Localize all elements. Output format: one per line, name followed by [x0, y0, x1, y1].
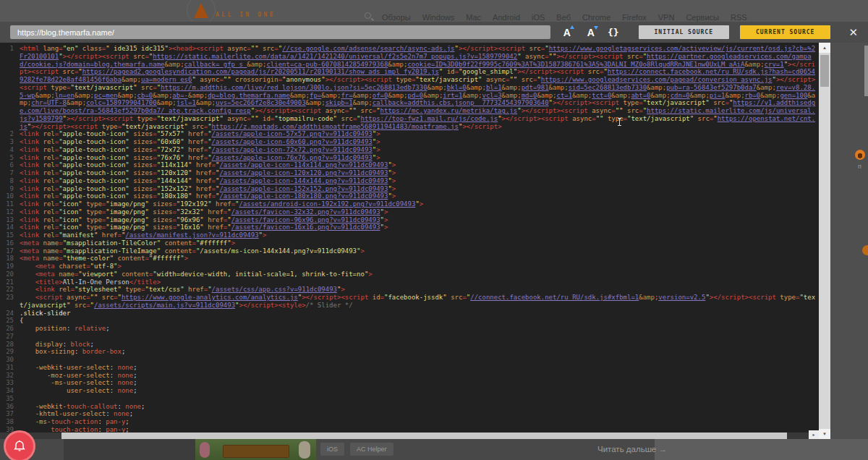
code-line: 27	[0, 333, 819, 341]
code-line: 12<link rel="icon" type="image/png" size…	[0, 208, 819, 216]
nav-item[interactable]: VPN	[658, 13, 675, 22]
code-line: 21 <title>All-In-One Person</title>	[0, 278, 819, 286]
code-line: 16<meta name="msapplication-TileColor" c…	[0, 239, 819, 247]
code-line: 1<html lang="en" class=" ide315 idc315">…	[0, 45, 819, 130]
code-line: 28 display: block;	[0, 341, 819, 349]
code-line: 13<link rel="icon" type="image/png" size…	[0, 216, 819, 224]
nav-item[interactable]: Сервисы	[686, 13, 719, 22]
code-line: 18<meta name="theme-color" content="#fff…	[0, 255, 819, 263]
site-nav: ОбзорыWindowsMacAndroidiOSВебChromeFiref…	[382, 13, 747, 22]
source-viewer-toolbar: A A {} INITIAL SOURCE CURRENT SOURCE ✕	[0, 22, 868, 43]
post-card-background	[655, 439, 868, 460]
code-line: 29 box-sizing: border-box;	[0, 348, 819, 356]
horizontal-scroll-thumb[interactable]	[61, 433, 787, 439]
nav-item[interactable]: iOS	[532, 13, 545, 22]
scroll-up-arrow-icon[interactable]: ▲	[819, 43, 830, 53]
browser-scrollbar[interactable]	[864, 46, 868, 96]
code-line: 14<link rel="icon" type="image/png" size…	[0, 223, 819, 231]
code-line: 35	[0, 395, 819, 403]
current-source-button[interactable]: CURRENT SOURCE	[740, 25, 830, 39]
vertical-scrollbar[interactable]: ▲ ▼	[819, 43, 830, 439]
fire-reaction-label: п	[858, 163, 861, 170]
code-line: 34 user-select: none;	[0, 387, 819, 395]
logo-text[interactable]: ALL IN ONE	[216, 12, 276, 18]
decrease-arrow-icon	[594, 26, 598, 30]
nav-item[interactable]: Android	[493, 13, 520, 22]
fire-reaction-icon[interactable]	[855, 150, 865, 160]
code-line: 5<link rel="apple-touch-icon" sizes="76x…	[0, 154, 819, 162]
notification-bell-button[interactable]	[4, 430, 35, 460]
horizontal-scrollbar[interactable]: ▸	[0, 433, 819, 439]
close-button[interactable]: ✕	[848, 27, 858, 38]
code-line: 37 -khtml-user-select: none;	[0, 410, 819, 418]
code-line: 23 <script async="" src="https://www.goo…	[0, 294, 819, 310]
page-behind-bottom: iOSAC Helper Читать дальше →	[0, 439, 868, 460]
code-line: 9<link rel="apple-touch-icon" sizes="152…	[0, 185, 819, 193]
code-line: 25{	[0, 317, 819, 325]
source-code-panel[interactable]: 1<html lang="en" class=" ide315 idc315">…	[0, 43, 830, 439]
bell-icon	[12, 439, 27, 453]
nav-item[interactable]: Chrome	[582, 13, 610, 22]
format-code-button[interactable]: {}	[608, 27, 619, 38]
nav-item[interactable]: Windows	[422, 13, 455, 22]
code-line: 26 position: relative;	[0, 325, 819, 333]
code-lines: 1<html lang="en" class=" ide315 idc315">…	[0, 43, 819, 433]
code-line: 2<link rel="apple-touch-icon" sizes="57x…	[0, 130, 819, 138]
code-line: 19 <meta charset="utf-8">	[0, 263, 819, 271]
logo-triangle-icon	[194, 3, 208, 18]
initial-source-button[interactable]: INITIAL SOURCE	[639, 25, 729, 39]
code-line: 32 -moz-user-select: none;	[0, 372, 819, 380]
nav-item[interactable]: Обзоры	[382, 13, 411, 22]
code-line: 4<link rel="apple-touch-icon" sizes="72x…	[0, 146, 819, 154]
thumbnail-character-cream	[299, 441, 310, 459]
nav-item[interactable]: Веб	[556, 13, 571, 22]
code-line: 6<link rel="apple-touch-icon" sizes="114…	[0, 161, 819, 169]
url-input[interactable]	[10, 25, 550, 39]
code-line: 24.slick-slider	[0, 310, 819, 318]
text-cursor	[617, 118, 622, 126]
search-icon[interactable]	[365, 12, 371, 19]
vertical-scroll-thumb[interactable]	[820, 55, 829, 87]
code-line: 7<link rel="apple-touch-icon" sizes="120…	[0, 169, 819, 177]
thumbnail-character-pink	[200, 442, 210, 458]
code-line: 31 -webkit-user-select: none;	[0, 364, 819, 372]
nav-item[interactable]: Firefox	[622, 13, 647, 22]
read-more-link[interactable]: Читать дальше →	[597, 445, 667, 453]
code-line: 17<meta name="msapplication-TileImage" c…	[0, 247, 819, 255]
increase-arrow-icon	[570, 25, 574, 29]
code-line: 22 <link rel="stylesheet" type="text/css…	[0, 286, 819, 294]
nav-item[interactable]: RSS	[731, 13, 747, 22]
page-behind-right: п	[830, 43, 868, 439]
code-line: 30	[0, 356, 819, 364]
code-line: 15<link rel="manifest" href="/assets/man…	[0, 231, 819, 239]
thumbnail-wooden-sign	[223, 445, 289, 458]
code-line: 38 -ms-touch-action: pan-y;	[0, 418, 819, 426]
code-line: 36 -webkit-touch-callout: none;	[0, 403, 819, 411]
code-line: 10<link rel="apple-touch-icon" sizes="18…	[0, 192, 819, 200]
post-thumbnail[interactable]	[195, 439, 316, 460]
post-tag[interactable]: iOS	[320, 443, 344, 456]
font-decrease-button[interactable]: A	[584, 25, 598, 41]
floating-button-partial[interactable]	[862, 245, 868, 255]
code-line: 8<link rel="apple-touch-icon" sizes="144…	[0, 177, 819, 185]
code-line: 39 touch-action: pan-y;	[0, 426, 819, 433]
post-tags: iOSAC Helper	[320, 443, 393, 456]
screen: ALL IN ONE ОбзорыWindowsMacAndroidiOSВеб…	[0, 0, 868, 460]
post-image-edge	[64, 439, 195, 460]
code-line: 33 -ms-user-select: none;	[0, 379, 819, 387]
font-increase-button[interactable]: A	[560, 25, 574, 41]
code-line: 11<link rel="icon" type="image/png" size…	[0, 200, 819, 208]
nav-item[interactable]: Mac	[466, 13, 481, 22]
code-line: 20 <meta name="viewport" content="width=…	[0, 271, 819, 278]
code-line: 3<link rel="apple-touch-icon" sizes="60x…	[0, 138, 819, 146]
post-tag[interactable]: AC Helper	[350, 443, 393, 456]
site-header: ALL IN ONE ОбзорыWindowsMacAndroidiOSВеб…	[0, 0, 868, 22]
scroll-right-arrow-icon[interactable]: ▸	[809, 430, 819, 439]
scroll-down-arrow-icon[interactable]: ▼	[819, 429, 830, 439]
